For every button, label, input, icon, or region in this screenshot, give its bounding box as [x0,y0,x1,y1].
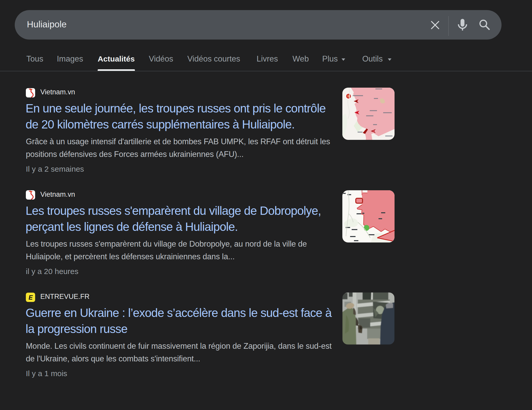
svg-text:E: E [28,294,33,301]
